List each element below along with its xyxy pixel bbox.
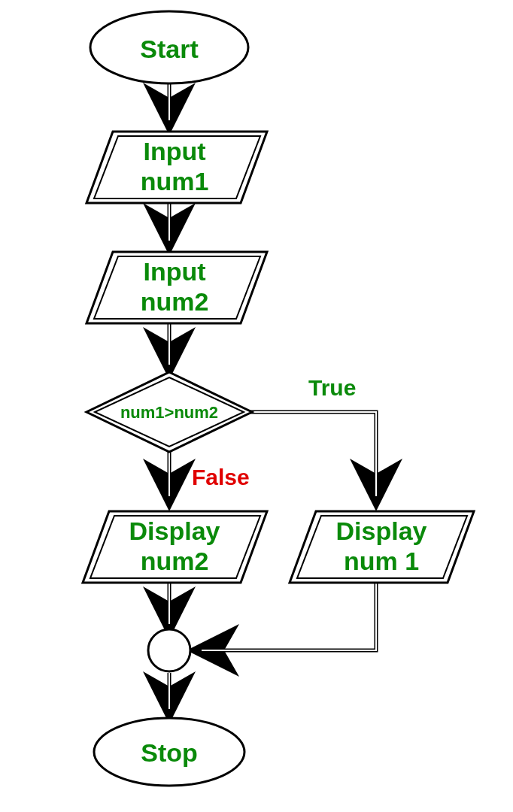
stop-label: Stop <box>141 738 198 767</box>
display-num2-label-1: Display <box>129 517 220 545</box>
input-num2-node: Input num2 <box>87 252 267 323</box>
start-label: Start <box>140 35 198 63</box>
display-num1-node: Display num 1 <box>290 511 474 583</box>
display-num2-node: Display num2 <box>83 511 267 583</box>
decision-label: num1>num2 <box>120 403 218 422</box>
display-num1-label-2: num 1 <box>344 547 419 575</box>
svg-point-11 <box>148 629 190 671</box>
merge-node <box>148 629 190 671</box>
branch-true-label: True <box>308 375 356 400</box>
display-num1-label-1: Display <box>336 517 427 545</box>
input-num2-label-1: Input <box>143 257 205 286</box>
decision-node: num1>num2 <box>87 372 252 452</box>
input-num1-node: Input num1 <box>87 132 267 203</box>
branch-false-label: False <box>192 465 250 489</box>
arrow-decision-true <box>248 412 376 500</box>
input-num1-label-2: num1 <box>141 167 209 195</box>
flowchart-diagram: Start Input num1 Input num2 num1>num2 Tr… <box>0 0 513 812</box>
input-num2-label-2: num2 <box>141 287 209 316</box>
start-node: Start <box>90 11 248 83</box>
stop-node: Stop <box>94 718 244 786</box>
arrow-displaytrue-to-merge <box>198 583 376 650</box>
display-num2-label-2: num2 <box>141 547 209 575</box>
input-num1-label-1: Input <box>143 137 205 165</box>
